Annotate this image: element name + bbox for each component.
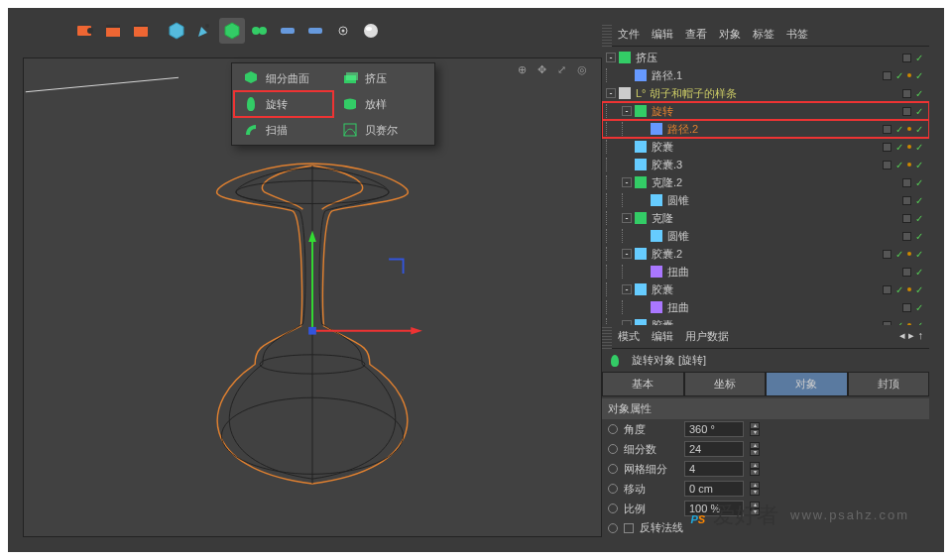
- spinner[interactable]: ▴▾: [750, 442, 760, 456]
- popup-subdiv[interactable]: 细分曲面: [234, 65, 333, 91]
- layer-icon[interactable]: [902, 54, 911, 62]
- expand-toggle[interactable]: -: [622, 106, 632, 116]
- popup-sweep[interactable]: 扫描: [234, 117, 333, 143]
- layer-icon[interactable]: [902, 214, 911, 223]
- menu-编辑[interactable]: 编辑: [652, 329, 673, 344]
- film-icon[interactable]: [128, 18, 154, 44]
- vis-icon[interactable]: ✓: [915, 213, 923, 224]
- object-tree[interactable]: -挤压✓路径.1✓✓-L° 胡子和帽子的样条✓-旋转✓路径.2✓✓胶囊✓✓胶囊.…: [602, 47, 929, 325]
- menu-查看[interactable]: 查看: [685, 27, 707, 42]
- tree-row[interactable]: -旋转✓: [602, 102, 929, 120]
- vis-icon[interactable]: ✓: [915, 88, 923, 99]
- field-input[interactable]: [684, 441, 744, 457]
- generator-icon[interactable]: [219, 18, 245, 44]
- vis-icon[interactable]: ✓: [895, 124, 903, 135]
- tab-基本[interactable]: 基本: [602, 372, 684, 396]
- sphere-icon[interactable]: [358, 18, 384, 44]
- popup-loft[interactable]: 放样: [333, 91, 432, 117]
- tree-row[interactable]: 胶囊✓✓: [602, 138, 929, 156]
- dot-icon[interactable]: [330, 18, 356, 44]
- menu-模式[interactable]: 模式: [618, 329, 640, 344]
- light-icon[interactable]: [302, 18, 328, 44]
- attr-nav-icons[interactable]: ◂ ▸ ↑: [899, 329, 923, 344]
- vis-icon[interactable]: ✓: [915, 195, 923, 206]
- expand-toggle[interactable]: -: [622, 284, 632, 294]
- vis-icon[interactable]: ✓: [895, 142, 903, 153]
- tree-row[interactable]: -克隆✓: [602, 209, 929, 227]
- menu-标签[interactable]: 标签: [753, 27, 774, 42]
- checkbox-icon[interactable]: [624, 523, 634, 533]
- vis-icon[interactable]: ✓: [915, 231, 923, 242]
- field-input[interactable]: [684, 461, 744, 477]
- tree-row[interactable]: -胶囊.2✓✓: [602, 245, 929, 263]
- panel-grip[interactable]: [602, 23, 612, 47]
- vis-icon[interactable]: ✓: [895, 284, 903, 295]
- tree-row[interactable]: -克隆.2✓: [602, 173, 929, 191]
- tree-row[interactable]: -胶囊✓✓: [602, 316, 929, 325]
- clapper-icon[interactable]: [100, 18, 126, 44]
- menu-书签[interactable]: 书签: [786, 27, 808, 42]
- field-input[interactable]: [684, 481, 744, 497]
- layer-icon[interactable]: [902, 89, 911, 98]
- spinner[interactable]: ▴▾: [750, 422, 760, 436]
- tag-icon[interactable]: [907, 127, 911, 131]
- menu-对象[interactable]: 对象: [719, 27, 741, 42]
- vis-icon[interactable]: ✓: [915, 177, 923, 188]
- tree-row[interactable]: -胶囊✓✓: [602, 280, 929, 298]
- tag-icon[interactable]: [907, 252, 911, 256]
- popup-extrude[interactable]: 挤压: [333, 65, 432, 91]
- tag-icon[interactable]: [907, 145, 911, 149]
- vis-icon[interactable]: ✓: [915, 106, 923, 117]
- view-controls[interactable]: ⊕ ✥ ⤢ ◎: [518, 63, 591, 76]
- tree-row[interactable]: 扭曲✓: [602, 298, 929, 316]
- popup-bezier[interactable]: 贝赛尔: [333, 117, 432, 143]
- tree-row[interactable]: 路径.2✓✓: [602, 120, 929, 138]
- tag-icon[interactable]: [907, 73, 911, 77]
- expand-toggle[interactable]: -: [606, 88, 616, 98]
- vis-icon[interactable]: ✓: [915, 267, 923, 278]
- deformer-icon[interactable]: [247, 18, 273, 44]
- vis-icon[interactable]: ✓: [915, 302, 923, 313]
- layer-icon[interactable]: [883, 161, 892, 169]
- tree-row[interactable]: 路径.1✓✓: [602, 66, 929, 84]
- vis-icon[interactable]: ✓: [895, 70, 903, 81]
- field-input[interactable]: [684, 421, 744, 437]
- expand-toggle[interactable]: -: [622, 213, 632, 223]
- spinner[interactable]: ▴▾: [750, 482, 760, 496]
- menu-文件[interactable]: 文件: [618, 27, 640, 42]
- tag-icon[interactable]: [907, 287, 911, 291]
- layer-icon[interactable]: [902, 107, 911, 116]
- tab-对象[interactable]: 对象: [766, 372, 848, 396]
- tab-坐标[interactable]: 坐标: [684, 372, 767, 396]
- tree-row[interactable]: -L° 胡子和帽子的样条✓: [602, 84, 929, 102]
- tree-row[interactable]: 扭曲✓: [602, 263, 929, 280]
- tree-row[interactable]: 圆锥✓: [602, 191, 929, 209]
- layer-icon[interactable]: [883, 285, 892, 294]
- vis-icon[interactable]: ✓: [915, 53, 923, 63]
- expand-toggle[interactable]: -: [622, 320, 632, 325]
- popup-lathe[interactable]: 旋转: [234, 91, 333, 117]
- layer-icon[interactable]: [883, 321, 892, 326]
- layer-icon[interactable]: [883, 71, 892, 80]
- tree-row[interactable]: 圆锥✓: [602, 227, 929, 245]
- vis-icon[interactable]: ✓: [895, 160, 903, 170]
- vis-icon[interactable]: ✓: [895, 249, 903, 260]
- layer-icon[interactable]: [902, 178, 911, 187]
- tag-icon[interactable]: [907, 163, 911, 167]
- menu-用户数据[interactable]: 用户数据: [685, 329, 729, 344]
- expand-toggle[interactable]: -: [606, 53, 616, 62]
- spinner[interactable]: ▴▾: [750, 462, 760, 476]
- expand-toggle[interactable]: -: [622, 249, 632, 259]
- menu-编辑[interactable]: 编辑: [652, 27, 673, 42]
- cube-icon[interactable]: [164, 18, 189, 44]
- layer-icon[interactable]: [883, 250, 892, 259]
- layer-icon[interactable]: [883, 125, 892, 134]
- tab-封顶[interactable]: 封顶: [848, 372, 930, 396]
- layer-icon[interactable]: [902, 196, 911, 205]
- vis-icon[interactable]: ✓: [895, 320, 903, 326]
- pen-icon[interactable]: [191, 18, 217, 44]
- tree-row[interactable]: -挤压✓: [602, 49, 929, 66]
- expand-toggle[interactable]: -: [622, 177, 632, 187]
- layer-icon[interactable]: [902, 303, 911, 312]
- array-icon[interactable]: [275, 18, 300, 44]
